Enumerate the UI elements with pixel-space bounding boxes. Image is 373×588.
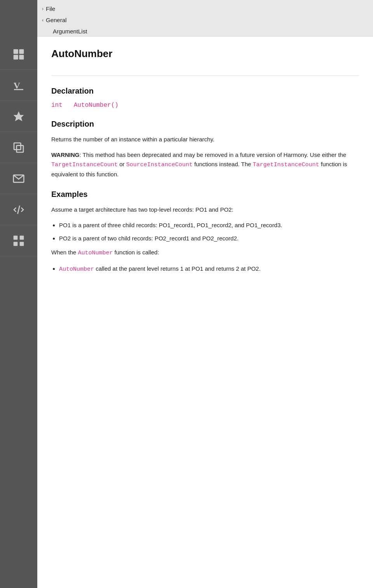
tree-nav-file-label: File [46, 5, 55, 12]
copy-icon-button[interactable] [0, 132, 37, 163]
link-target-instance-count-2[interactable]: TargetInstanceCount [253, 162, 319, 168]
svg-line-10 [17, 205, 19, 214]
code-keyword: int [51, 102, 63, 109]
email-icon [12, 172, 25, 185]
svg-rect-11 [14, 235, 18, 240]
chevron-right-icon: › [42, 6, 44, 12]
tree-nav-argumentlist-label: ArgumentList [53, 28, 87, 35]
page-title: AutoNumber [51, 48, 359, 66]
examples-list-2: AutoNumber called at the parent level re… [59, 264, 359, 274]
svg-rect-2 [14, 55, 18, 59]
svg-text:V: V [14, 80, 21, 90]
svg-rect-13 [14, 242, 18, 246]
copy-icon [12, 141, 25, 154]
warning-text-1: : This method has been deprecated and ma… [80, 151, 347, 158]
code-funcname: AutoNumber() [74, 102, 119, 109]
tree-nav-file[interactable]: › File [42, 3, 368, 14]
svg-rect-0 [14, 49, 18, 54]
code-icon-button[interactable] [0, 194, 37, 225]
link-target-instance-count[interactable]: TargetInstanceCount [51, 162, 118, 168]
divider-1 [51, 75, 359, 76]
examples-text-2: When the AutoNumber function is called: [51, 248, 359, 258]
bullet-item-1: PO1 is a parent of three child records: … [59, 221, 359, 230]
warning-text-3: functions instead. The [193, 161, 253, 167]
grid-icon [12, 235, 25, 247]
formula-icon: V [12, 79, 25, 92]
tree-nav: › File ‹ General ArgumentList [37, 0, 373, 37]
tree-nav-general-label: General [46, 17, 66, 23]
examples-list-1: PO1 is a parent of three child records: … [59, 221, 359, 243]
link-source-instance-count[interactable]: SourceInstanceCount [126, 162, 193, 168]
warning-paragraph: WARNING: This method has been deprecated… [51, 150, 359, 179]
examples-text-2-suffix: function is called: [113, 249, 159, 256]
doc-area: AutoNumber Declaration int AutoNumber() … [37, 37, 373, 588]
svg-rect-1 [19, 49, 24, 54]
description-text: Returns the number of an instance within… [51, 135, 359, 144]
declaration-heading: Declaration [51, 87, 359, 96]
plugin-icon [12, 110, 25, 123]
chevron-down-icon: ‹ [42, 17, 44, 23]
examples-heading: Examples [51, 190, 359, 199]
tree-nav-argumentlist[interactable]: ArgumentList [42, 26, 368, 37]
table-icon-button[interactable] [0, 39, 37, 70]
warning-label: WARNING [51, 151, 80, 158]
svg-marker-6 [14, 111, 24, 121]
svg-rect-3 [19, 55, 24, 59]
bullet-item-2: PO2 is a parent of two child records: PO… [59, 234, 359, 243]
link-autonumber-bullet[interactable]: AutoNumber [59, 266, 94, 273]
declaration-code: int AutoNumber() [51, 102, 359, 109]
warning-text-2: or [118, 161, 126, 167]
link-autonumber-inline[interactable]: AutoNumber [78, 250, 113, 256]
formula-icon-button[interactable]: V [0, 70, 37, 101]
bullet-3-text: called at the parent level returns 1 at … [94, 265, 261, 272]
content-area: › File ‹ General ArgumentList AutoNumber… [37, 0, 373, 588]
examples-text-2-prefix: When the [51, 249, 78, 256]
grid-icon-button[interactable] [0, 225, 37, 256]
examples-intro: Assume a target architecture has two top… [51, 205, 359, 214]
icon-sidebar: V [0, 0, 37, 588]
email-icon-button[interactable] [0, 163, 37, 194]
svg-rect-8 [14, 143, 21, 150]
svg-rect-12 [20, 235, 24, 240]
code-icon [12, 204, 25, 216]
plugin-icon-button[interactable] [0, 101, 37, 132]
tree-nav-general[interactable]: ‹ General [42, 14, 368, 26]
table-icon [12, 48, 25, 61]
svg-rect-14 [20, 242, 24, 246]
description-heading: Description [51, 120, 359, 129]
svg-rect-7 [17, 145, 23, 152]
bullet-item-3: AutoNumber called at the parent level re… [59, 264, 359, 274]
